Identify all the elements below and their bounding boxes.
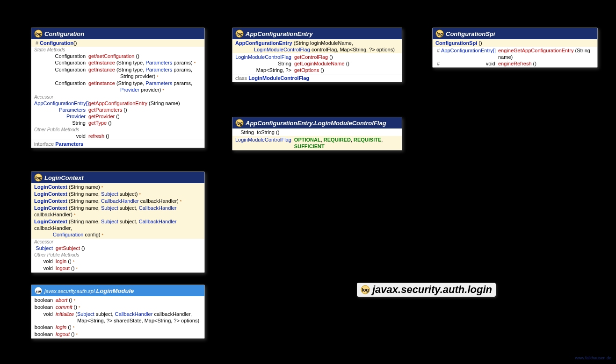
accessor-section: AppConfigurationEntry[]getAppConfigurati… — [31, 100, 204, 127]
class-header: log LoginContext — [31, 172, 204, 183]
class-header: log ConfigurationSpi — [433, 28, 597, 39]
package-title: log javax.security.auth.login — [357, 283, 496, 297]
accessor-label: Accessor — [31, 94, 204, 100]
class-configuration-spi: log ConfigurationSpi ConfigurationSpi ()… — [432, 28, 598, 68]
method-link[interactable]: getInstance — [88, 60, 115, 65]
constants-section: LoginModuleControlFlagOPTIONAL, REQUIRED… — [232, 136, 402, 150]
class-header: log Configuration — [31, 28, 204, 39]
svg-text:log: log — [236, 32, 243, 36]
other-label: Other Public Methods — [31, 252, 204, 257]
class-title: AppConfigurationEntry.LoginModuleControl… — [246, 120, 386, 127]
svg-text:log: log — [35, 32, 42, 36]
svg-text:log: log — [236, 121, 243, 126]
class-app-config-entry: log AppConfigurationEntry AppConfigurati… — [232, 28, 402, 82]
svg-text:spi: spi — [36, 289, 41, 293]
nested-interface: interface Parameters — [31, 140, 204, 148]
methods-section: booleanabort () * booleancommit () * voi… — [31, 296, 204, 338]
constructor-section: LoginContext (String name) * LoginContex… — [31, 183, 204, 239]
static-methods: Configurationget/setConfiguration () Con… — [31, 52, 204, 94]
other-label: Other Public Methods — [31, 127, 204, 132]
protected-sym: # — [435, 60, 441, 67]
accessor-label: Accessor — [31, 239, 204, 244]
constructor-section: AppConfigurationEntry (String loginModul… — [232, 39, 402, 53]
protected-sym: # — [34, 40, 40, 46]
class-login-context: log LoginContext LoginContext (String na… — [31, 171, 205, 273]
methods-section: #AppConfigurationEntry[]engineGetAppConf… — [433, 47, 597, 67]
package-icon: log — [361, 285, 370, 294]
accessor-section: SubjectgetSubject () — [31, 244, 204, 252]
class-header: log AppConfigurationEntry.LoginModuleCon… — [232, 117, 402, 128]
class-title: AppConfigurationEntry — [246, 30, 313, 37]
method-link[interactable]: getInstance — [88, 80, 115, 86]
method-link[interactable]: getInstance — [88, 67, 115, 72]
nested-class: class LoginModuleControlFlag — [232, 74, 402, 82]
constructor-section: #Configuration() — [31, 39, 204, 47]
interface-title: LoginModule — [96, 287, 134, 294]
static-methods-label: Static Methods — [31, 47, 204, 52]
interface-icon: spi — [34, 286, 43, 295]
methods-section: StringtoString () — [232, 128, 402, 136]
class-header: log AppConfigurationEntry — [232, 28, 402, 39]
protected-sym: # — [435, 47, 441, 60]
class-icon: log — [235, 29, 244, 38]
svg-text:log: log — [35, 176, 42, 180]
interface-header: spi javax.security.auth.spi.LoginModule — [31, 285, 204, 296]
class-icon: log — [34, 173, 43, 182]
other-section: voidrefresh () — [31, 132, 204, 140]
class-icon: log — [235, 119, 244, 127]
class-title: Configuration — [44, 30, 84, 37]
interface-login-module: spi javax.security.auth.spi.LoginModule … — [31, 285, 205, 339]
method-link[interactable]: get/setConfiguration — [88, 53, 134, 59]
methods-section: LoginModuleControlFlaggetControlFlag () … — [232, 53, 402, 74]
class-configuration: log Configuration #Configuration() Stati… — [31, 28, 205, 148]
class-control-flag: log AppConfigurationEntry.LoginModuleCon… — [232, 117, 402, 150]
svg-text:log: log — [362, 287, 369, 293]
watermark[interactable]: www.falkhausen.de — [575, 356, 611, 360]
class-title: ConfigurationSpi — [446, 30, 495, 37]
class-icon: log — [435, 29, 444, 38]
method-link[interactable]: getAppConfigurationEntry — [88, 100, 147, 106]
constructor-section: ConfigurationSpi () — [433, 39, 597, 47]
class-title: LoginContext — [44, 174, 84, 181]
other-section: voidlogin () * voidlogout () * — [31, 257, 204, 272]
class-icon: log — [34, 29, 43, 38]
svg-text:log: log — [436, 32, 443, 36]
